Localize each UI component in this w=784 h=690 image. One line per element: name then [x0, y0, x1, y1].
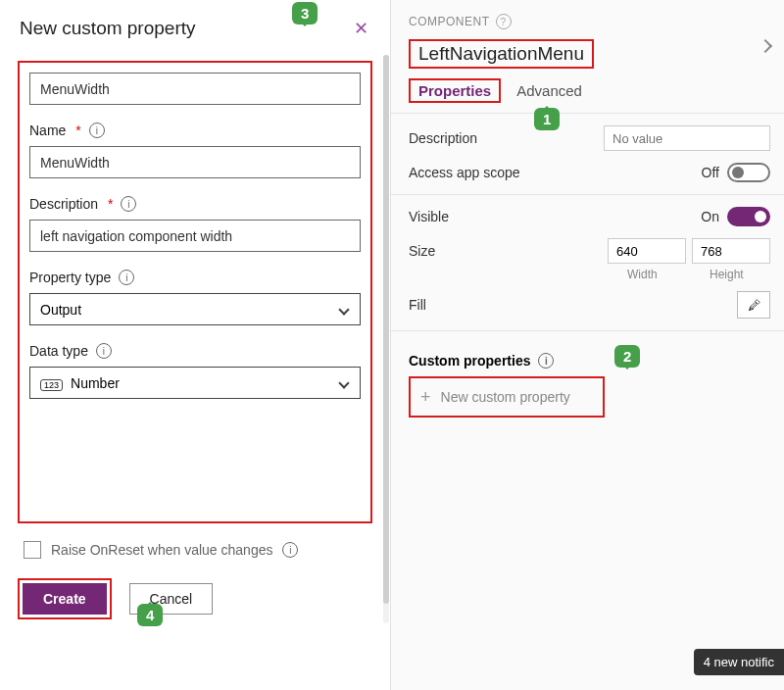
visible-state: On: [701, 209, 719, 224]
required-star: *: [75, 123, 80, 138]
info-icon[interactable]: i: [282, 542, 298, 558]
chevron-down-icon: [338, 377, 349, 388]
name-input[interactable]: [29, 146, 361, 178]
callout-3: 3: [292, 2, 318, 25]
info-icon[interactable]: i: [119, 270, 134, 285]
close-icon[interactable]: ✕: [354, 18, 368, 39]
access-scope-toggle[interactable]: [727, 163, 770, 182]
row-description: Description: [409, 125, 770, 151]
fill-picker[interactable]: 🖉: [737, 291, 770, 319]
row-visible: Visible On: [409, 207, 770, 226]
description-label: Description: [409, 130, 477, 146]
required-star: *: [108, 196, 113, 212]
chevron-down-icon: [338, 304, 349, 315]
data-type-value: Number: [71, 375, 120, 391]
divider: [391, 194, 784, 195]
property-type-label-text: Property type: [29, 270, 111, 285]
visible-toggle[interactable]: [727, 207, 770, 226]
height-caption: Height: [710, 268, 744, 281]
tab-advanced[interactable]: Advanced: [516, 82, 582, 99]
component-heading: COMPONENT ?: [409, 14, 770, 29]
size-label: Size: [409, 243, 435, 259]
fill-label: Fill: [409, 297, 426, 313]
info-icon[interactable]: i: [96, 343, 112, 359]
divider: [391, 330, 784, 331]
custom-properties-heading: Custom properties i: [409, 353, 770, 369]
custom-properties-heading-text: Custom properties: [409, 353, 530, 369]
onreset-row: Raise OnReset when value changes i: [24, 541, 372, 559]
width-caption: Width: [627, 268, 658, 281]
new-property-pane: New custom property ✕ 3 Name* i Descript…: [0, 0, 391, 690]
property-type-value: Output: [40, 302, 81, 318]
new-custom-property-button[interactable]: + New custom property: [409, 376, 605, 418]
chevron-right-icon[interactable]: [759, 39, 772, 53]
callout-4: 4: [137, 604, 163, 626]
data-type-label-text: Data type: [29, 343, 88, 359]
onreset-label: Raise OnReset when value changes: [51, 542, 272, 558]
width-input[interactable]: [608, 238, 686, 264]
info-icon[interactable]: i: [89, 123, 105, 138]
form-highlight: Name* i Description* i Property type i O…: [18, 61, 372, 523]
name-label-text: Name: [29, 123, 66, 138]
description-label-text: Description: [29, 196, 98, 212]
tab-properties[interactable]: Properties: [409, 78, 501, 103]
create-button[interactable]: Create: [23, 583, 107, 615]
display-name-input[interactable]: [29, 73, 361, 105]
fill-icon: 🖉: [748, 298, 760, 313]
plus-icon: +: [420, 388, 431, 406]
description-input[interactable]: [29, 220, 361, 252]
row-fill: Fill 🖉: [409, 291, 770, 319]
create-highlight: Create: [18, 578, 112, 619]
component-heading-text: COMPONENT: [409, 15, 490, 28]
tabs: Properties Advanced 1: [409, 78, 770, 103]
pane-title: New custom property: [20, 18, 372, 39]
info-icon[interactable]: i: [121, 196, 136, 212]
height-input[interactable]: [692, 238, 770, 264]
info-icon[interactable]: i: [538, 353, 554, 369]
callout-2: 2: [614, 345, 640, 368]
notification-toast[interactable]: 4 new notific: [694, 649, 784, 675]
data-type-label: Data type i: [29, 343, 361, 359]
callout-1: 1: [534, 108, 560, 130]
help-icon[interactable]: ?: [496, 14, 512, 29]
button-row: Create Cancel: [18, 578, 372, 619]
description-label: Description* i: [29, 196, 361, 212]
divider: [391, 113, 784, 114]
row-access-scope: Access app scope Off: [409, 163, 770, 182]
number-type-icon: 123: [40, 379, 63, 391]
component-description-input[interactable]: [604, 125, 770, 151]
component-props-pane: COMPONENT ? LeftNavigationMenu Propertie…: [391, 0, 784, 690]
name-label: Name* i: [29, 123, 361, 138]
row-size: Size Width Height: [409, 238, 770, 264]
onreset-checkbox[interactable]: [24, 541, 41, 559]
new-custom-property-label: New custom property: [441, 389, 570, 405]
property-type-label: Property type i: [29, 270, 361, 285]
visible-label: Visible: [409, 209, 449, 224]
scrollbar-thumb[interactable]: [383, 55, 389, 604]
access-scope-state: Off: [702, 165, 719, 180]
component-name[interactable]: LeftNavigationMenu: [409, 39, 594, 69]
property-type-select[interactable]: Output: [29, 293, 361, 325]
access-scope-label: Access app scope: [409, 165, 520, 180]
data-type-select[interactable]: 123Number: [29, 367, 361, 399]
